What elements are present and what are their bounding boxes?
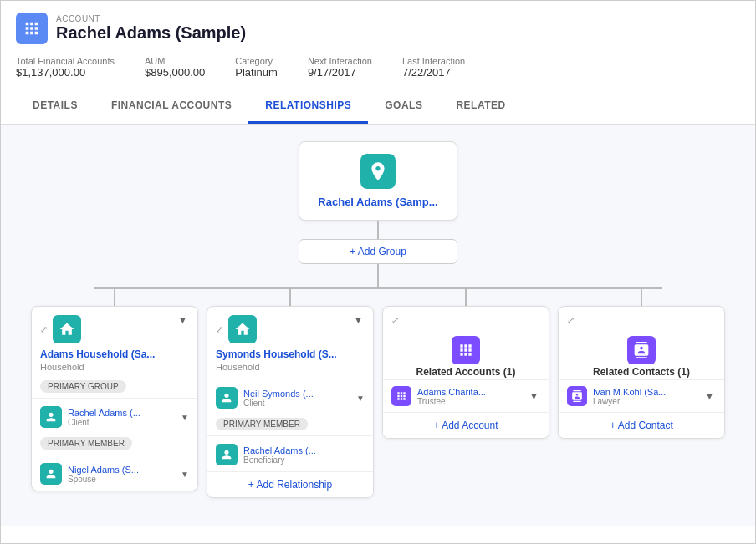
member-name-neil: Neil Symonds (... xyxy=(243,389,314,399)
related-contact-item-1: Ivan M Kohl (Sa... Lawyer ▼ xyxy=(559,379,724,412)
card-subtitle-2: Household xyxy=(207,362,373,377)
related-account-dropdown-1[interactable]: ▼ xyxy=(528,391,540,401)
tab-goals[interactable]: GOALS xyxy=(368,89,439,124)
badge-primary-member-1: PRIMARY MEMBER xyxy=(40,437,132,450)
badge-primary-group: PRIMARY GROUP xyxy=(40,380,126,393)
tabs-bar: DETAILS FINANCIAL ACCOUNTS RELATIONSHIPS… xyxy=(1,89,755,125)
member-icon-2 xyxy=(40,463,62,485)
tree-root: Rachel Adams (Samp... + Add Group xyxy=(13,141,743,287)
connector-v-2 xyxy=(377,264,379,287)
member-dropdown-2[interactable]: ▼ xyxy=(181,470,189,479)
account-stats: Total Financial Accounts$1,137,000.00 AU… xyxy=(16,53,740,79)
expand-icon-2[interactable]: ⤢ xyxy=(216,324,223,335)
add-group-button[interactable]: + Add Group xyxy=(299,239,457,264)
related-contacts-title: Related Contacts (1) xyxy=(559,366,724,379)
card-name-2: Symonds Household (S... xyxy=(207,348,373,362)
cards-row: ⤢ ▼ Adams Household (Sa... Household PRI… xyxy=(31,289,725,498)
account-label: ACCOUNT xyxy=(56,14,246,23)
card-name-1: Adams Household (Sa... xyxy=(32,348,197,362)
related-accounts-col: ⤢ Related Accounts (1) xyxy=(382,289,549,439)
related-accounts-icon xyxy=(452,336,480,364)
member-icon-1 xyxy=(40,406,62,428)
root-account-icon xyxy=(360,154,396,189)
root-card: Rachel Adams (Samp... xyxy=(299,141,457,221)
badge-primary-member-2: PRIMARY MEMBER xyxy=(216,418,308,430)
related-contact-dropdown-1[interactable]: ▼ xyxy=(703,391,716,401)
account-header: ACCOUNT Rachel Adams (Sample) Total Fina… xyxy=(1,1,755,89)
connector-top-2 xyxy=(289,289,291,306)
account-name: Rachel Adams (Sample) xyxy=(56,23,246,43)
household-icon-1 xyxy=(53,315,81,343)
expand-icon-3[interactable]: ⤢ xyxy=(391,315,399,326)
adams-household-card: ⤢ ▼ Adams Household (Sa... Household PRI… xyxy=(31,306,198,491)
member-name-rachel-s: Rachel Adams (... xyxy=(243,445,316,455)
related-account-item-1: Adams Charita... Trustee ▼ xyxy=(383,379,549,412)
add-account-link[interactable]: + Add Account xyxy=(383,412,549,438)
related-accounts-title: Related Accounts (1) xyxy=(383,366,549,379)
add-contact-link[interactable]: + Add Contact xyxy=(559,412,724,438)
tab-financial-accounts[interactable]: FINANCIAL ACCOUNTS xyxy=(94,89,248,124)
related-account-icon-1 xyxy=(391,386,411,406)
tab-relationships[interactable]: RELATIONSHIPS xyxy=(248,89,368,124)
related-accounts-card: ⤢ Related Accounts (1) xyxy=(382,306,549,439)
member-dropdown-neil[interactable]: ▼ xyxy=(356,394,365,403)
related-contact-name-1: Ivan M Kohl (Sa... xyxy=(593,387,666,397)
member-row-2: Nigel Adams (S... Spouse ▼ xyxy=(32,457,197,491)
related-contact-role-1: Lawyer xyxy=(593,397,666,406)
related-contact-icon-1 xyxy=(567,386,587,406)
root-name: Rachel Adams (Samp... xyxy=(318,196,437,208)
related-contacts-card: ⤢ Related Contacts (1) xyxy=(558,306,725,439)
member-icon-rachel xyxy=(216,444,238,465)
member-role-neil: Client xyxy=(243,399,314,408)
connector-v-1 xyxy=(377,221,379,239)
add-relationship-link[interactable]: + Add Relationship xyxy=(207,471,373,497)
member-row-neil: Neil Symonds (... Client ▼ xyxy=(207,381,373,414)
card-subtitle-1: Household xyxy=(32,362,197,377)
related-contacts-col: ⤢ Related Contacts (1) xyxy=(558,289,725,439)
household-icon-2 xyxy=(228,315,257,343)
symonds-household-col: ⤢ ▼ Symonds Household (S... Household xyxy=(207,289,374,498)
symonds-household-card: ⤢ ▼ Symonds Household (S... Household xyxy=(207,306,374,498)
member-role-rachel-s: Beneficiary xyxy=(243,455,316,465)
adams-household-col: ⤢ ▼ Adams Household (Sa... Household PRI… xyxy=(31,289,198,491)
related-contacts-icon xyxy=(627,336,656,364)
expand-icon-1[interactable]: ⤢ xyxy=(40,324,48,335)
connector-top-4 xyxy=(641,289,642,306)
tab-related[interactable]: RELATED xyxy=(439,89,522,124)
member-row-rachel: Rachel Adams (... Beneficiary xyxy=(207,438,373,471)
related-account-name-1: Adams Charita... xyxy=(417,387,486,397)
member-name-2: Nigel Adams (S... xyxy=(68,465,139,475)
member-role-2: Spouse xyxy=(68,475,139,484)
member-icon-neil xyxy=(216,387,238,409)
expand-icon-4[interactable]: ⤢ xyxy=(567,315,575,326)
member-row-1: Rachel Adams (... Client ▼ xyxy=(32,400,197,434)
connector-top-3 xyxy=(465,289,467,306)
connector-top-1 xyxy=(114,289,115,306)
member-name-1: Rachel Adams (... xyxy=(68,408,140,418)
account-icon xyxy=(16,13,48,44)
card-dropdown-1[interactable]: ▼ xyxy=(176,315,189,325)
member-dropdown-1[interactable]: ▼ xyxy=(181,413,189,422)
card-dropdown-2[interactable]: ▼ xyxy=(352,315,365,325)
relationships-content: Rachel Adams (Samp... + Add Group xyxy=(1,125,755,526)
related-account-role-1: Trustee xyxy=(417,397,486,406)
tab-details[interactable]: DETAILS xyxy=(16,89,94,124)
member-role-1: Client xyxy=(68,418,140,427)
